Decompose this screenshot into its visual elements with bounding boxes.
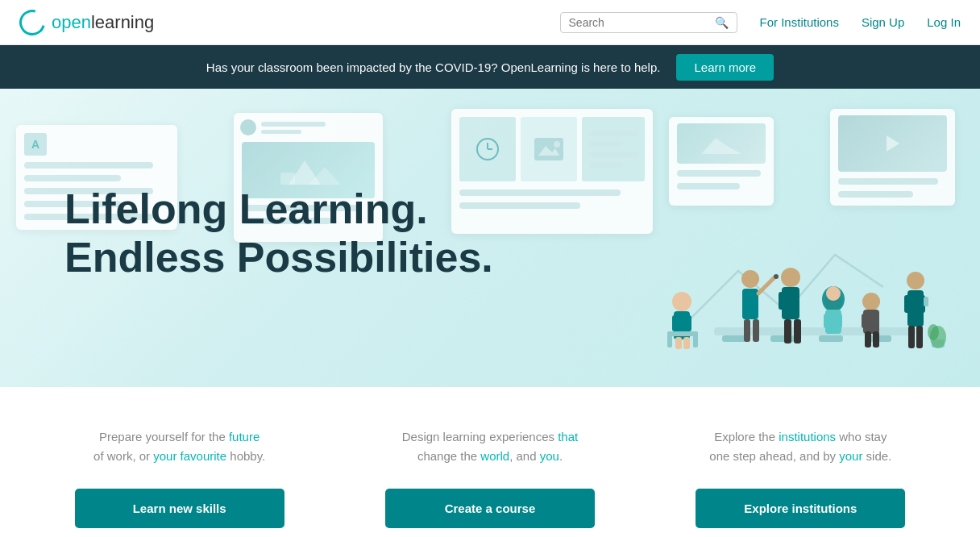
banner-text: Has your classroom been impacted by the … [206,60,661,74]
logo-text: openlearning [52,12,154,33]
feature-explore-institutions: Explore the institutions who stay one st… [663,427,937,528]
svg-rect-46 [865,331,871,348]
svg-rect-28 [744,319,750,342]
create-course-button[interactable]: Create a course [385,489,595,528]
svg-rect-20 [683,337,690,349]
svg-rect-11 [722,335,746,342]
svg-marker-9 [701,138,741,154]
svg-rect-25 [742,289,758,319]
navbar-right: 🔍 For Institutions Sign Up Log In [560,12,961,33]
svg-rect-19 [675,337,682,349]
svg-rect-23 [693,331,698,348]
nav-for-institutions[interactable]: For Institutions [760,15,839,29]
nav-log-in[interactable]: Log In [927,15,961,29]
svg-point-48 [907,272,924,289]
features-section: Prepare yourself for the future of work,… [0,387,980,537]
learn-more-button[interactable]: Learn more [676,54,774,81]
mockup-card-5 [830,109,955,206]
svg-rect-45 [874,314,879,328]
feature-2-text: Design learning experiences that change … [402,427,578,466]
hero-title-line1: Lifelong Learning. [64,185,428,232]
search-icon: 🔍 [715,16,729,29]
svg-marker-7 [538,146,559,156]
navbar: openlearning 🔍 For Institutions Sign Up … [0,0,980,45]
svg-rect-17 [672,315,679,331]
people-illustration [609,206,948,387]
covid-banner: Has your classroom been impacted by the … [0,45,980,89]
feature-learn-skills: Prepare yourself for the future of work,… [43,427,317,528]
svg-rect-50 [904,295,911,313]
svg-rect-35 [794,319,801,343]
learn-new-skills-button[interactable]: Learn new skills [75,489,284,528]
logo-icon [15,5,50,40]
svg-point-42 [862,293,880,310]
svg-rect-33 [793,292,799,310]
svg-marker-0 [289,160,321,185]
hero-content: Lifelong Learning. Endless Possibilities… [64,185,493,298]
svg-point-30 [781,268,800,287]
nav-sign-up[interactable]: Sign Up [862,15,904,29]
svg-rect-52 [924,297,928,306]
search-box[interactable]: 🔍 [560,12,737,33]
svg-rect-22 [667,331,672,348]
svg-point-57 [928,324,939,340]
svg-rect-47 [873,331,879,348]
search-input[interactable] [569,16,715,29]
svg-rect-34 [784,319,791,343]
svg-rect-40 [824,314,829,328]
svg-rect-44 [862,314,867,328]
svg-line-26 [758,277,774,293]
svg-rect-13 [819,335,843,342]
explore-institutions-button[interactable]: Explore institutions [696,489,905,528]
svg-rect-6 [534,138,563,160]
svg-rect-32 [779,292,785,310]
svg-marker-1 [309,167,341,185]
svg-rect-29 [753,319,759,342]
feature-create-course: Design learning experiences that change … [353,427,627,528]
svg-rect-2 [280,173,295,185]
svg-point-27 [774,274,779,279]
logo-area: openlearning [19,10,154,35]
svg-rect-18 [685,315,691,331]
hero-section: A [0,89,980,387]
svg-point-8 [554,141,560,148]
hero-title-line2: Endless Possibilities. [64,234,493,281]
hero-title: Lifelong Learning. Endless Possibilities… [64,185,493,282]
mockup-card-4 [669,117,774,206]
svg-rect-41 [837,314,842,328]
svg-point-3 [477,139,498,160]
feature-1-text: Prepare yourself for the future of work,… [93,427,265,466]
svg-rect-54 [916,326,923,348]
svg-point-24 [741,270,759,288]
svg-point-38 [826,286,841,301]
feature-3-text: Explore the institutions who stay one st… [709,427,891,466]
svg-rect-53 [908,326,915,348]
svg-point-15 [672,292,691,311]
